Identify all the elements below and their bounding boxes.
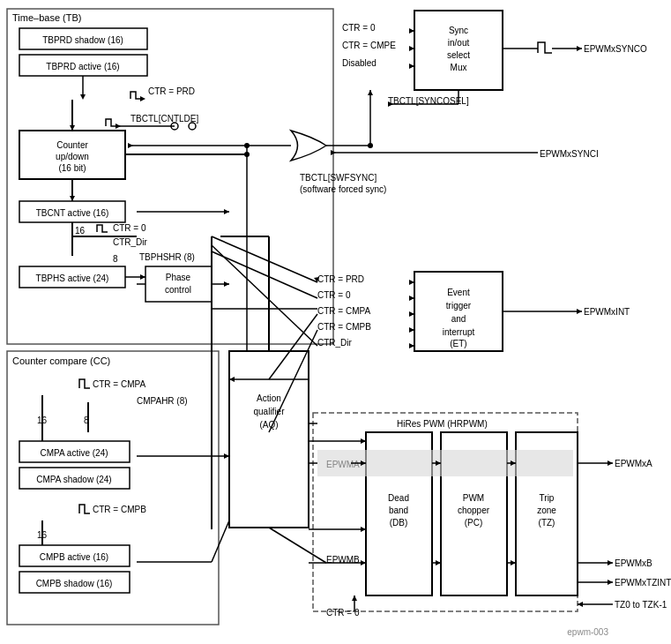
svg-text:Counter compare (CC): Counter compare (CC) [12, 356, 110, 366]
svg-text:Action: Action [257, 393, 281, 403]
svg-text:TBCNT active (16): TBCNT active (16) [36, 208, 109, 218]
svg-text:TZ0 to TZK-1: TZ0 to TZK-1 [615, 600, 667, 610]
svg-text:CTR = CMPE: CTR = CMPE [342, 41, 396, 50]
svg-text:TBPRD active (16): TBPRD active (16) [46, 62, 119, 71]
svg-text:(AQ): (AQ) [259, 420, 278, 430]
svg-text:TBPHS active (24): TBPHS active (24) [36, 273, 109, 283]
svg-text:CTR = 0: CTR = 0 [317, 290, 351, 300]
svg-text:HiRes PWM (HRPWM): HiRes PWM (HRPWM) [397, 419, 488, 429]
svg-text:CMPA active (24): CMPA active (24) [40, 448, 108, 458]
svg-text:and: and [451, 314, 466, 324]
svg-text:TBCTL[CNTLDE]: TBCTL[CNTLDE] [130, 114, 198, 124]
svg-text:Disabled: Disabled [342, 58, 377, 68]
svg-text:Counter: Counter [56, 140, 88, 150]
svg-text:CTR = CMPB: CTR = CMPB [93, 505, 146, 514]
svg-text:TBPHSHR (8): TBPHSHR (8) [139, 252, 195, 262]
svg-text:in/out: in/out [448, 38, 470, 48]
svg-text:(TZ): (TZ) [539, 518, 555, 528]
svg-text:trigger: trigger [446, 301, 472, 311]
svg-text:Time–base (TB): Time–base (TB) [12, 12, 81, 23]
svg-text:CTR_Dir: CTR_Dir [317, 338, 353, 348]
svg-text:zone: zone [537, 505, 556, 515]
diagram-container: Time–base (TB) TBPRD shadow (16) TBPRD a… [0, 0, 671, 644]
svg-text:CTR = 0: CTR = 0 [113, 223, 146, 233]
svg-text:epwm-003: epwm-003 [567, 627, 608, 637]
block-diagram-svg: Time–base (TB) TBPRD shadow (16) TBPRD a… [0, 0, 671, 644]
svg-text:TBCTL[SWFSYNC]: TBCTL[SWFSYNC] [300, 173, 377, 183]
svg-text:CMPB shadow (16): CMPB shadow (16) [36, 579, 113, 588]
svg-text:CTR_Dir: CTR_Dir [113, 237, 148, 247]
svg-text:PWM: PWM [463, 493, 484, 503]
svg-text:CTR = 0: CTR = 0 [342, 23, 376, 33]
svg-text:band: band [389, 505, 408, 515]
svg-text:TBPRD shadow (16): TBPRD shadow (16) [42, 35, 123, 45]
svg-text:Dead: Dead [388, 493, 409, 503]
svg-text:EPWMxSYNCO: EPWMxSYNCO [584, 44, 647, 54]
svg-text:(16 bit): (16 bit) [58, 163, 86, 173]
svg-text:Phase: Phase [166, 273, 191, 282]
svg-text:CMPB active (16): CMPB active (16) [40, 552, 108, 562]
svg-text:EPWMxINT: EPWMxINT [584, 307, 630, 317]
svg-text:CTR = CMPA: CTR = CMPA [93, 379, 145, 389]
svg-text:Sync: Sync [449, 26, 468, 35]
svg-text:CTR = CMPB: CTR = CMPB [317, 322, 371, 332]
svg-text:CTR = PRD: CTR = PRD [148, 86, 195, 96]
svg-text:8: 8 [113, 254, 118, 264]
svg-text:CTR = PRD: CTR = PRD [317, 274, 364, 284]
svg-text:Event: Event [447, 288, 470, 297]
svg-text:EPWMxA: EPWMxA [615, 459, 652, 468]
svg-text:Trip: Trip [540, 493, 555, 503]
svg-text:(software forced sync): (software forced sync) [300, 184, 386, 194]
svg-text:EPWMxB: EPWMxB [615, 558, 652, 568]
svg-text:(ET): (ET) [450, 339, 466, 348]
svg-text:(PC): (PC) [465, 518, 483, 528]
svg-text:Mux: Mux [451, 63, 467, 72]
svg-text:up/down: up/down [56, 152, 89, 161]
svg-text:control: control [165, 285, 191, 295]
svg-text:CMPA shadow (24): CMPA shadow (24) [36, 475, 111, 484]
svg-text:EPWMxTZINT: EPWMxTZINT [615, 578, 671, 588]
svg-text:select: select [447, 50, 470, 60]
svg-text:CTR = CMPA: CTR = CMPA [317, 306, 370, 316]
svg-text:interrupt: interrupt [443, 327, 475, 337]
svg-text:(DB): (DB) [390, 518, 408, 528]
svg-text:EPWMxSYNCI: EPWMxSYNCI [540, 149, 599, 159]
svg-point-18 [189, 123, 196, 130]
svg-text:CMPAHR (8): CMPAHR (8) [137, 396, 188, 406]
svg-text:chopper: chopper [458, 505, 490, 515]
svg-text:16: 16 [75, 226, 86, 236]
